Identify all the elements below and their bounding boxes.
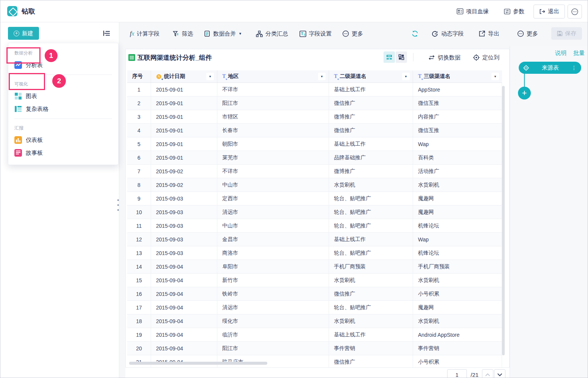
table-row: 72015-09-02不详市微博推广活动推广 [127,165,502,178]
table-cell: 微信推广 [329,287,413,301]
dynamic-field-button[interactable]: 动态字段 [431,27,464,40]
menu-item-label: 分析表 [26,62,43,69]
field-settings-button[interactable]: 字段设置 [299,27,332,40]
note-link[interactable]: 说明 [555,50,566,57]
table-cell: 轮台、贴吧推广 [329,192,413,205]
page-count: /21 [471,372,479,378]
dropdown-icon: ▼ [209,75,212,78]
table-row: 132015-09-03商洛市轮台、贴吧推广机锋论坛 [127,246,502,260]
table-cell: 18 [127,314,151,328]
toolbar-more2-button[interactable]: 更多 [517,27,538,40]
table-cell: 微博推广 [329,110,413,124]
save-button[interactable]: 保存 [551,27,582,40]
table-row: 102015-09-03清远市轮台、贴吧推广魔趣网 [127,205,502,219]
calc-field-button[interactable]: fx 计算字段 [130,27,160,40]
table-cell: 2015-09-04 [151,274,217,287]
storyboard-icon [14,149,22,157]
menu-item-label: 图表 [26,93,37,100]
column-header-region[interactable]: T▼ 地区 ▼ [217,70,329,82]
menu-item-storyboard[interactable]: 故事板 [8,146,118,159]
table-cell: 9 [127,192,151,205]
table-cell: 微博推广 [329,165,413,178]
vertical-scrollbar[interactable] [502,86,505,355]
project-lineage-button[interactable]: 项目血缘 [457,0,489,22]
new-button[interactable]: + 新建 [8,27,39,40]
table-cell: 2015-09-04 [151,342,217,355]
add-node-button[interactable]: + [518,87,531,100]
horizontal-scrollbar[interactable] [129,362,267,365]
column-filter-button[interactable]: ▼ [206,73,214,80]
summary-label: 分类汇总 [265,30,288,37]
exit-button[interactable]: 退出 [533,5,565,19]
table-cell: 2015-09-01 [151,151,217,165]
table-cell: 17 [127,301,151,314]
refresh-button[interactable] [411,27,419,40]
dropdown-icon: ▼ [320,75,323,78]
table-cell: 新竹市 [217,274,329,287]
menu-item-analysis-table[interactable]: 分析表 [8,59,118,72]
new-dropdown-menu: 数据分析 分析表 可视化 图表 [8,43,119,165]
source-table-node[interactable]: 来源表 ⋮ [519,62,581,74]
node-connector [524,74,525,87]
grid-view-toggle[interactable] [396,51,407,63]
table-header: 序号 ▼ 统计日期 ▼ T▼ 地区 ▼ T▼ 二级渠道名 ▼ [127,70,502,83]
page-up-button[interactable] [482,369,493,378]
component-title: 互联网渠道统计分析_组件 [137,53,212,62]
header-more-button[interactable] [568,5,582,19]
export-icon [479,30,485,37]
table-cell: 水货刷机 [413,178,502,192]
column-filter-button[interactable]: ▼ [318,73,326,80]
table-row: 152015-09-04新竹市水货刷机水货刷机 [127,274,502,287]
switch-data-button[interactable]: 切换数据 [428,51,460,64]
dynamic-field-icon [431,30,438,37]
app-title: 钻取 [22,7,35,16]
kebab-icon[interactable]: ⋮ [571,65,577,71]
top-header: 钻取 项目血缘 参数 退出 [0,0,588,22]
filter-button[interactable]: 筛选 [173,27,193,40]
menu-section-title: 汇报 [8,122,118,134]
column-header-date[interactable]: ▼ 统计日期 ▼ [151,70,217,82]
data-merge-button[interactable]: 数据合并 ▼ [204,27,242,40]
menu-item-dashboard[interactable]: 仪表板 [8,134,118,146]
toolbar-more2-label: 更多 [527,30,538,37]
table-cell: 2015-09-04 [151,301,217,314]
column-label: 三级渠道名 [424,73,450,80]
column-filter-button[interactable]: ▼ [491,73,499,80]
params-label: 参数 [513,8,524,15]
toolbar-more-button[interactable]: 更多 [342,27,363,40]
table-cell: 水货刷机 [329,274,413,287]
clock-icon: ▼ [156,74,162,79]
more-icon [342,30,349,37]
table-cell: 2015-09-01 [151,83,217,96]
table-cell: 基础上线工作 [329,233,413,246]
sidebar-resize-handle[interactable] [117,199,120,214]
summary-icon [256,31,263,37]
table-cell: 14 [127,260,151,274]
params-button[interactable]: 参数 [504,0,524,22]
table-cell: 内容推广 [413,110,502,124]
table-cell: 机锋论坛 [413,219,502,233]
table-cell: 绥化市 [217,314,329,328]
page-input[interactable] [447,369,467,378]
table-cell: 轮台、贴吧推广 [329,205,413,219]
column-filter-button[interactable]: ▼ [402,73,410,80]
column-header-channel3[interactable]: T▼ 三级渠道名 ▼ [413,70,502,82]
table-cell: 机锋论坛 [413,246,502,260]
collapse-sidebar-icon[interactable] [103,30,111,37]
divider [566,50,566,56]
column-header-channel2[interactable]: T▼ 二级渠道名 ▼ [329,70,413,82]
locate-button[interactable]: 定位到 [473,51,499,64]
caret-down-icon: ▼ [239,32,242,36]
dashboard-icon [14,136,22,144]
table-cell: 2015-09-04 [151,328,217,342]
menu-item-chart[interactable]: 图表 [8,90,118,103]
page-down-button[interactable] [494,369,505,378]
table-cell: 魔趣网 [413,192,502,205]
list-view-toggle[interactable] [384,51,395,63]
menu-item-complex-table[interactable]: 复杂表格 [8,103,118,115]
export-button[interactable]: 导出 [479,27,499,40]
batch-link[interactable]: 批量 [573,50,585,57]
table-row: 142015-09-04阜阳市手机厂商预装手机厂商预装 [127,260,502,274]
summary-button[interactable]: 分类汇总 [256,27,288,40]
column-label: 地区 [228,73,239,80]
